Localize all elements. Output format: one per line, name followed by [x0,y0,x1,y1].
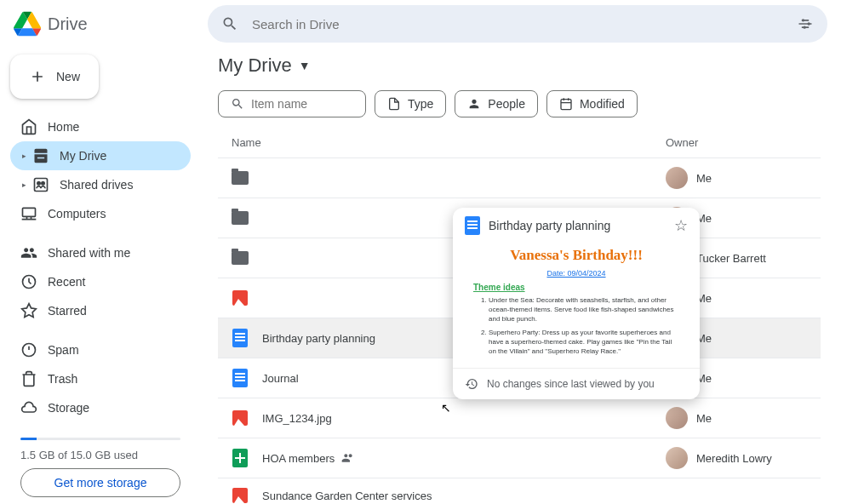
plus-icon [29,68,46,85]
breadcrumb[interactable]: My Drive ▼ [218,54,821,77]
image-icon [232,410,249,427]
sidebar: New Home▸My Drive▸Shared drivesComputers… [0,48,204,504]
recent-icon [20,273,37,290]
search-options-icon[interactable] [797,15,814,32]
folder-icon [232,209,249,226]
doc-icon [232,329,249,346]
filter-item-name[interactable] [218,90,366,117]
drive-logo-icon [14,10,41,37]
file-icon [387,97,401,111]
svg-rect-6 [23,208,36,216]
computers-icon [20,205,37,222]
filter-people[interactable]: People [455,90,538,117]
file-owner: Me [666,167,810,189]
table-row[interactable]: Sundance Garden Center services [218,478,821,504]
sidebar-item-label: My Drive [60,149,106,163]
image-icon [232,487,249,504]
doc-icon [232,369,249,387]
sheet-icon [232,450,249,467]
file-hovercard: Birthday party planning ☆ Vanessa's Birt… [453,208,700,399]
file-owner: Meredith Lowry [666,447,810,469]
folder-shared-icon [232,169,249,186]
new-button[interactable]: New [10,54,99,99]
storage-text: 1.5 GB of 15.0 GB used [20,449,180,461]
search-icon [231,97,244,111]
chevron-right-icon: ▸ [20,176,27,193]
hovercard-status: No changes since last viewed by you [487,378,655,390]
table-row[interactable]: Me [218,158,821,198]
logo-text: Drive [48,14,88,34]
sidebar-item-label: Spam [48,343,79,357]
file-owner: Me [666,407,810,429]
folder-shared-icon [232,249,249,266]
svg-point-4 [37,182,40,185]
svg-point-0 [802,19,804,21]
shared-drives-icon [32,176,49,193]
svg-point-1 [808,22,810,25]
column-owner[interactable]: Owner [666,136,810,149]
history-icon [465,377,478,391]
sidebar-item-label: Storage [48,401,89,415]
sidebar-item-my-drive[interactable]: ▸My Drive [10,141,191,170]
sidebar-item-label: Recent [48,275,85,289]
filter-name-input[interactable] [251,97,353,111]
cursor-icon: ↖ [441,401,451,415]
sidebar-item-home[interactable]: Home [10,112,191,141]
avatar [666,407,688,429]
sidebar-item-shared-with-me[interactable]: Shared with me [10,238,191,267]
search-input[interactable] [252,17,783,32]
sidebar-item-label: Trash [48,372,77,386]
shared-icon [341,451,355,465]
svg-rect-3 [35,179,48,192]
sidebar-item-trash[interactable]: Trash [10,364,191,393]
sidebar-item-starred[interactable]: Starred [10,296,191,325]
svg-point-5 [42,182,44,185]
svg-point-2 [804,26,806,29]
trash-icon [20,370,37,387]
star-icon[interactable]: ☆ [674,216,688,235]
column-name[interactable]: Name [232,136,666,149]
person-icon [467,97,481,111]
calendar-icon [559,97,573,111]
image-icon [232,289,249,306]
svg-rect-9 [561,100,571,110]
sidebar-item-shared-drives[interactable]: ▸Shared drives [10,170,191,199]
storage-icon [20,399,37,416]
doc-icon [465,216,480,235]
sidebar-item-label: Home [48,120,79,134]
logo-area[interactable]: Drive [14,10,201,37]
hovercard-title: Birthday party planning [489,219,666,232]
filter-type[interactable]: Type [375,90,446,117]
sidebar-item-label: Starred [48,304,87,318]
chevron-down-icon: ▼ [299,59,311,72]
sidebar-item-label: Computers [48,207,106,220]
sidebar-item-label: Shared with me [48,246,130,260]
file-name: HOA members [262,451,666,465]
sidebar-item-label: Shared drives [60,178,133,192]
content-area: My Drive ▼ Type People Modified Name [204,48,841,504]
shared-with-me-icon [20,244,37,261]
search-bar[interactable] [208,5,827,43]
file-name: IMG_1234.jpg [262,412,666,425]
spam-icon [20,341,37,358]
sidebar-item-computers[interactable]: Computers [10,199,191,228]
storage-bar [20,438,180,440]
filter-modified[interactable]: Modified [546,90,638,117]
table-row[interactable]: IMG_1234.jpgMe [218,398,821,438]
table-row[interactable]: HOA members Meredith Lowry [218,438,821,478]
get-storage-button[interactable]: Get more storage [20,468,180,497]
sidebar-item-spam[interactable]: Spam [10,335,191,364]
hovercard-preview: Vanessa's Birthday!!! Date: 09/04/2024 T… [453,243,700,368]
sidebar-item-storage[interactable]: Storage [10,393,191,422]
home-icon [20,118,37,135]
chevron-right-icon: ▸ [20,147,27,164]
drive-icon [32,147,49,164]
sidebar-item-recent[interactable]: Recent [10,267,191,296]
starred-icon [20,302,37,319]
avatar [666,447,688,469]
avatar [666,167,688,189]
table-header: Name Owner [218,128,821,158]
file-name: Sundance Garden Center services [262,490,666,502]
search-icon [221,15,238,32]
